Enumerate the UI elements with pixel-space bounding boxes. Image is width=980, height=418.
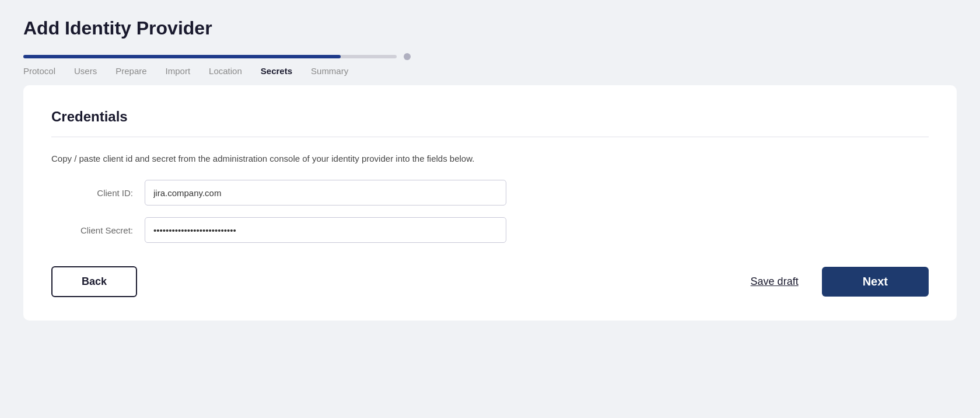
page-title: Add Identity Provider [23,18,957,39]
progress-bar-track [23,55,397,58]
step-prepare[interactable]: Prepare [116,66,146,76]
step-secrets[interactable]: Secrets [261,66,292,76]
right-actions: Save draft Next [751,267,929,297]
save-draft-button[interactable]: Save draft [751,276,799,288]
next-button[interactable]: Next [822,267,929,297]
credentials-description: Copy / paste client id and secret from t… [51,154,929,163]
step-summary[interactable]: Summary [311,66,348,76]
footer-actions: Back Save draft Next [51,266,929,297]
step-import[interactable]: Import [166,66,191,76]
client-id-input[interactable] [145,180,506,205]
client-secret-row: Client Secret: [51,217,929,243]
step-users[interactable]: Users [74,66,97,76]
credentials-title: Credentials [51,109,929,125]
steps-labels: Protocol Users Prepare Import Location S… [23,66,432,76]
main-card: Credentials Copy / paste client id and s… [23,85,957,321]
back-button[interactable]: Back [51,266,137,297]
progress-dot [404,53,411,60]
step-protocol[interactable]: Protocol [23,66,55,76]
progress-bar-fill [23,55,341,58]
client-id-row: Client ID: [51,180,929,205]
client-secret-label: Client Secret: [51,225,145,235]
step-location[interactable]: Location [209,66,242,76]
client-id-label: Client ID: [51,188,145,198]
section-divider [51,137,929,137]
stepper: Protocol Users Prepare Import Location S… [23,53,957,76]
client-secret-input[interactable] [145,217,506,243]
